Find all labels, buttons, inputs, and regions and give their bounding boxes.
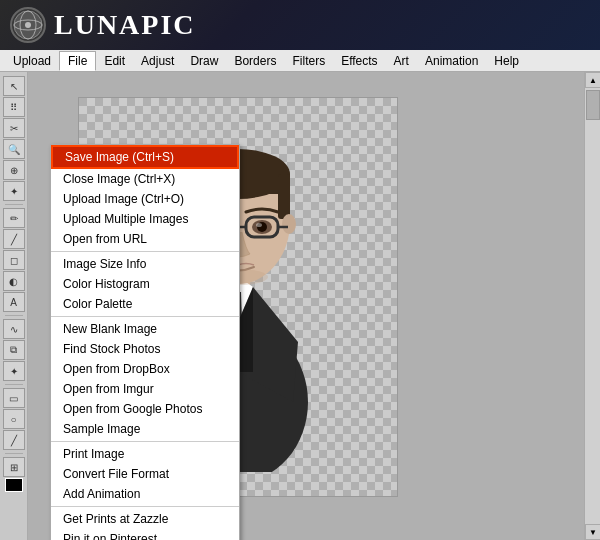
tool-blur[interactable]: ∿ xyxy=(3,319,25,339)
tool-ellipse[interactable]: ○ xyxy=(3,409,25,429)
menu-upload-multiple[interactable]: Upload Multiple Images xyxy=(51,209,239,229)
svg-point-3 xyxy=(25,22,31,28)
tool-colorpicker[interactable]: ⊞ xyxy=(3,457,25,477)
logo-area: LUNAPIC xyxy=(10,7,196,43)
logo-icon xyxy=(10,7,46,43)
dropdown-separator-3 xyxy=(51,441,239,442)
tool-separator-4 xyxy=(5,453,23,454)
menu-open-google-photos[interactable]: Open from Google Photos xyxy=(51,399,239,419)
menu-open-url[interactable]: Open from URL xyxy=(51,229,239,249)
menu-borders[interactable]: Borders xyxy=(226,52,284,70)
menu-open-dropbox[interactable]: Open from DropBox xyxy=(51,359,239,379)
logo-text: LUNAPIC xyxy=(54,9,196,41)
tool-move[interactable]: ⠿ xyxy=(3,97,25,117)
tool-crop[interactable]: ✂ xyxy=(3,118,25,138)
scroll-track xyxy=(585,88,600,524)
tool-brush[interactable]: ╱ xyxy=(3,229,25,249)
menu-draw[interactable]: Draw xyxy=(182,52,226,70)
menu-sample-image[interactable]: Sample Image xyxy=(51,419,239,439)
tool-clone[interactable]: ⧉ xyxy=(3,340,25,360)
menu-file[interactable]: File xyxy=(59,51,96,71)
dropdown-separator-2 xyxy=(51,316,239,317)
menu-adjust[interactable]: Adjust xyxy=(133,52,182,70)
tool-rect[interactable]: ▭ xyxy=(3,388,25,408)
tool-line[interactable]: ╱ xyxy=(3,430,25,450)
menu-save-image[interactable]: Save Image (Ctrl+S) xyxy=(51,145,239,169)
tool-pencil[interactable]: ✏ xyxy=(3,208,25,228)
menu-stock-photos[interactable]: Find Stock Photos xyxy=(51,339,239,359)
dropdown-separator-4 xyxy=(51,506,239,507)
canvas-area: Save Image (Ctrl+S) Close Image (Ctrl+X)… xyxy=(28,72,584,540)
tool-text[interactable]: A xyxy=(3,292,25,312)
svg-point-17 xyxy=(282,214,296,234)
svg-point-28 xyxy=(256,223,262,227)
tool-fg-color[interactable] xyxy=(5,478,23,492)
tool-lasso[interactable]: ⊕ xyxy=(3,160,25,180)
tool-separator-3 xyxy=(5,384,23,385)
menu-print-image[interactable]: Print Image xyxy=(51,444,239,464)
file-dropdown-menu: Save Image (Ctrl+S) Close Image (Ctrl+X)… xyxy=(50,144,240,540)
menu-convert-format[interactable]: Convert File Format xyxy=(51,464,239,484)
scroll-thumb[interactable] xyxy=(586,90,600,120)
menu-open-imgur[interactable]: Open from Imgur xyxy=(51,379,239,399)
tool-wand[interactable]: ✦ xyxy=(3,181,25,201)
menu-upload-image[interactable]: Upload Image (Ctrl+O) xyxy=(51,189,239,209)
menu-add-animation[interactable]: Add Animation xyxy=(51,484,239,504)
menu-effects[interactable]: Effects xyxy=(333,52,385,70)
menu-close-image[interactable]: Close Image (Ctrl+X) xyxy=(51,169,239,189)
scroll-down-button[interactable]: ▼ xyxy=(585,524,600,540)
tool-fill[interactable]: ◐ xyxy=(3,271,25,291)
svg-rect-15 xyxy=(278,174,290,219)
menu-animation[interactable]: Animation xyxy=(417,52,486,70)
right-scrollbar: ▲ ▼ xyxy=(584,72,600,540)
menu-pinterest[interactable]: Pin it on Pinterest xyxy=(51,529,239,540)
scroll-up-button[interactable]: ▲ xyxy=(585,72,600,88)
tool-cursor[interactable]: ↖ xyxy=(3,76,25,96)
menu-help[interactable]: Help xyxy=(486,52,527,70)
left-toolbar: ↖ ⠿ ✂ 🔍 ⊕ ✦ ✏ ╱ ◻ ◐ A ∿ ⧉ ✦ ▭ ○ ╱ ⊞ xyxy=(0,72,28,540)
tool-sharpen[interactable]: ✦ xyxy=(3,361,25,381)
menu-art[interactable]: Art xyxy=(386,52,417,70)
menu-zazzle[interactable]: Get Prints at Zazzle xyxy=(51,509,239,529)
tool-separator-2 xyxy=(5,315,23,316)
tool-eraser[interactable]: ◻ xyxy=(3,250,25,270)
tool-separator xyxy=(5,204,23,205)
dropdown-separator-1 xyxy=(51,251,239,252)
menu-filters[interactable]: Filters xyxy=(284,52,333,70)
menu-new-blank[interactable]: New Blank Image xyxy=(51,319,239,339)
main-area: ↖ ⠿ ✂ 🔍 ⊕ ✦ ✏ ╱ ◻ ◐ A ∿ ⧉ ✦ ▭ ○ ╱ ⊞ xyxy=(0,72,600,540)
menu-color-histogram[interactable]: Color Histogram xyxy=(51,274,239,294)
app-header: LUNAPIC xyxy=(0,0,600,50)
menu-bar: Upload File Edit Adjust Draw Borders Fil… xyxy=(0,50,600,72)
menu-upload[interactable]: Upload xyxy=(5,52,59,70)
menu-edit[interactable]: Edit xyxy=(96,52,133,70)
menu-image-size[interactable]: Image Size Info xyxy=(51,254,239,274)
menu-color-palette[interactable]: Color Palette xyxy=(51,294,239,314)
tool-zoom[interactable]: 🔍 xyxy=(3,139,25,159)
